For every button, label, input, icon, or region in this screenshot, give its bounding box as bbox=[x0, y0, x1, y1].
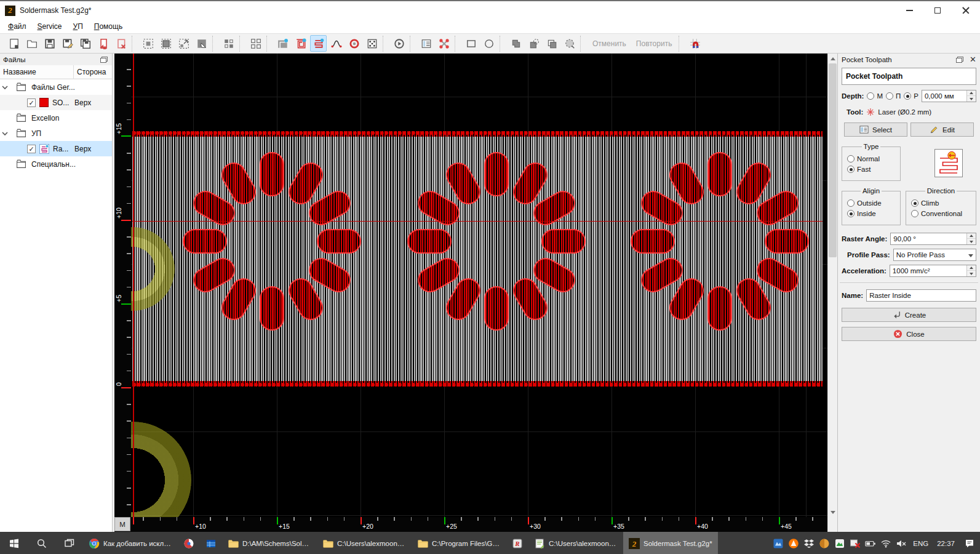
tree-row[interactable]: Файлы Ger... bbox=[0, 79, 112, 95]
depth-radio-p[interactable]: P bbox=[904, 92, 918, 100]
bool-subtract-button[interactable] bbox=[525, 35, 542, 52]
tray-wifi[interactable] bbox=[878, 538, 893, 549]
pocket-spiral-button[interactable] bbox=[292, 35, 309, 52]
solder-pad[interactable] bbox=[260, 152, 284, 196]
redo-button[interactable]: Повторить bbox=[631, 39, 677, 48]
bool-intersect-button[interactable] bbox=[543, 35, 560, 52]
raster-angle-field[interactable]: 90,00 ° bbox=[890, 233, 976, 245]
job-list-button[interactable] bbox=[418, 35, 434, 52]
lasso-select-button[interactable] bbox=[561, 35, 578, 52]
taskbar-app-blue[interactable] bbox=[200, 532, 222, 554]
canvas-vscrollbar[interactable] bbox=[827, 54, 837, 532]
taskbar-app-r[interactable]: R bbox=[506, 532, 528, 554]
transform-button[interactable] bbox=[436, 35, 452, 52]
solder-pad[interactable] bbox=[631, 229, 675, 254]
tree-row[interactable]: ✓Ra...Верх bbox=[0, 141, 112, 156]
close-panel-icon[interactable]: ✕ bbox=[970, 55, 976, 64]
solder-pad[interactable] bbox=[407, 229, 452, 254]
ruler-units-box[interactable]: M bbox=[114, 517, 130, 531]
zoom-resize-button[interactable] bbox=[175, 35, 192, 52]
depth-value-field[interactable]: 0,000 мм bbox=[922, 90, 976, 102]
edit-tool-button[interactable]: Edit bbox=[910, 122, 974, 137]
chevron-down-icon[interactable] bbox=[0, 83, 10, 92]
taskbar-folder-g2g[interactable]: C:\Program Files\G2G bbox=[412, 532, 506, 554]
menu-help[interactable]: Помощь bbox=[89, 21, 128, 32]
bool-union-button[interactable] bbox=[508, 35, 524, 52]
notification-center-icon[interactable] bbox=[959, 538, 980, 549]
tree-row[interactable]: УП bbox=[0, 126, 112, 141]
open-file-button[interactable] bbox=[23, 35, 40, 52]
float-panel-icon[interactable] bbox=[956, 57, 963, 63]
column-side[interactable]: Сторона bbox=[74, 68, 112, 76]
solder-pad[interactable] bbox=[765, 229, 809, 254]
chevron-down-icon[interactable] bbox=[0, 129, 10, 138]
solder-pad[interactable] bbox=[484, 152, 509, 196]
scroll-up-icon[interactable] bbox=[829, 55, 837, 62]
taskbar-app-red[interactable] bbox=[178, 532, 200, 554]
select-tool-button[interactable]: Select bbox=[844, 122, 907, 137]
spinner-icon[interactable] bbox=[966, 233, 976, 244]
name-input[interactable]: Raster Inside bbox=[866, 289, 976, 302]
column-name[interactable]: Название bbox=[0, 65, 74, 79]
checkbox-checked-icon[interactable]: ✓ bbox=[27, 145, 36, 153]
draw-rect-button[interactable] bbox=[463, 35, 479, 52]
solder-pad[interactable] bbox=[707, 152, 732, 196]
draw-circle-button[interactable] bbox=[480, 35, 497, 52]
tray-app-green[interactable] bbox=[832, 538, 847, 549]
tray-clock[interactable]: 22:37 bbox=[933, 540, 959, 547]
taskbar-folder-schems[interactable]: D:\AM\Schems\Solde... bbox=[222, 532, 317, 554]
tray-avast[interactable] bbox=[786, 538, 801, 549]
save-as-button[interactable] bbox=[59, 35, 76, 52]
taskbar-soldermask[interactable]: 2Soldermask Test.g2g* bbox=[623, 532, 718, 554]
tree-row[interactable]: Excellon bbox=[0, 110, 112, 126]
depth-radio-p-cyr[interactable]: П bbox=[886, 92, 901, 100]
scrollbar-thumb[interactable] bbox=[829, 63, 837, 257]
solder-pad[interactable] bbox=[183, 229, 227, 254]
solder-pad[interactable] bbox=[541, 229, 586, 254]
solder-pad[interactable] bbox=[484, 286, 509, 331]
create-button[interactable]: Create bbox=[842, 308, 976, 322]
start-button[interactable] bbox=[0, 532, 28, 554]
float-panel-icon[interactable] bbox=[100, 57, 108, 63]
tray-no-connection[interactable] bbox=[847, 538, 862, 549]
pocket-raster-button[interactable] bbox=[310, 35, 327, 52]
zoom-click-button[interactable] bbox=[193, 35, 210, 52]
panelize-grid-button[interactable] bbox=[247, 35, 264, 52]
type-radio-normal[interactable]: Normal bbox=[847, 155, 895, 163]
zoom-fit-button[interactable] bbox=[157, 35, 174, 52]
align-radio-inside[interactable]: Inside bbox=[847, 210, 895, 217]
panelize-button[interactable] bbox=[220, 35, 237, 52]
profile-toolpath-button[interactable] bbox=[274, 35, 291, 52]
pcb-canvas[interactable] bbox=[131, 54, 827, 517]
minimize-button[interactable] bbox=[895, 1, 923, 20]
scroll-down-icon[interactable] bbox=[829, 508, 837, 516]
tray-battery[interactable] bbox=[862, 538, 878, 549]
tray-volume-muted[interactable] bbox=[893, 538, 909, 549]
acceleration-field[interactable]: 1000 mm/c² bbox=[890, 265, 976, 277]
new-file-button[interactable] bbox=[6, 35, 22, 52]
profile-pass-select[interactable]: No Profile Pass bbox=[893, 249, 976, 261]
align-radio-outside[interactable]: Outside bbox=[847, 199, 895, 207]
solder-pad[interactable] bbox=[260, 286, 284, 331]
undo-button[interactable]: Отменить bbox=[588, 39, 631, 48]
spinner-icon[interactable] bbox=[966, 265, 976, 276]
save-all-button[interactable] bbox=[77, 35, 94, 52]
task-view-button[interactable] bbox=[55, 532, 83, 554]
solder-pad[interactable] bbox=[707, 286, 732, 331]
type-radio-fast[interactable]: Fast bbox=[847, 166, 895, 173]
maximize-button[interactable] bbox=[923, 1, 952, 20]
tree-row[interactable]: ✓SO...Верх bbox=[0, 95, 112, 110]
close-button[interactable] bbox=[952, 1, 980, 20]
zoom-selection-button[interactable] bbox=[140, 35, 156, 52]
import-file-button[interactable] bbox=[95, 35, 111, 52]
tray-app-blue[interactable] bbox=[770, 538, 786, 549]
menu-up[interactable]: УП bbox=[68, 21, 89, 32]
snap-magnet-button[interactable] bbox=[687, 35, 703, 52]
taskbar-notepad[interactable]: C:\Users\alexmoon\D... bbox=[528, 532, 623, 554]
taskbar-folder-users-1[interactable]: C:\Users\alexmoon\D... bbox=[317, 532, 412, 554]
run-job-button[interactable] bbox=[391, 35, 407, 52]
tray-language[interactable]: ENG bbox=[909, 540, 933, 547]
direction-radio-conventional[interactable]: Conventional bbox=[911, 210, 971, 217]
curve-tool-button[interactable] bbox=[328, 35, 345, 52]
panel-close-button[interactable]: Close bbox=[842, 327, 976, 341]
